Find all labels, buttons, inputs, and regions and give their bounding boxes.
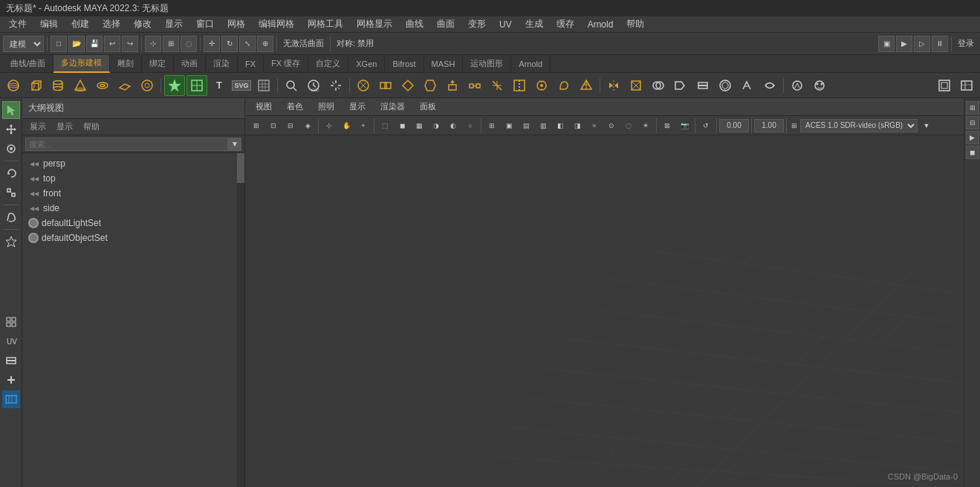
gamma-field[interactable] <box>754 119 784 132</box>
ipr-btn[interactable]: ▷ <box>914 36 930 52</box>
right-anim-btn[interactable]: ▶ <box>966 131 979 144</box>
crease-set-btn[interactable] <box>2 352 20 370</box>
tab-bifrost[interactable]: Bifrost <box>385 55 424 73</box>
rotate-btn[interactable]: ↻ <box>221 36 238 52</box>
tab-rigging[interactable]: 绑定 <box>142 55 174 73</box>
vp-grid-btn[interactable]: ⊞ <box>484 118 500 133</box>
menu-modify[interactable]: 修改 <box>128 16 158 32</box>
sparkle-btn[interactable] <box>325 75 346 96</box>
tab-fx[interactable]: FX <box>238 55 264 73</box>
select-mode-btn[interactable]: ⊹ <box>145 36 161 52</box>
viewport-menu-lighting[interactable]: 照明 <box>314 100 339 114</box>
outliner-item-lightset[interactable]: defaultLightSet <box>22 216 237 230</box>
menu-arnold[interactable]: Arnold <box>582 18 620 31</box>
tab-fx-cache[interactable]: FX 缓存 <box>264 55 308 73</box>
vp-film-gate-btn[interactable]: ▣ <box>501 118 517 133</box>
vp-bookmark-btn[interactable]: ◈ <box>299 118 316 133</box>
grid-display-btn[interactable] <box>253 75 274 96</box>
menu-curves[interactable]: 曲线 <box>400 16 429 32</box>
vp-ao-toggle-btn[interactable]: ◨ <box>569 118 585 133</box>
paint-select-btn[interactable] <box>2 140 20 158</box>
menu-mesh-tools[interactable]: 网格工具 <box>302 16 349 32</box>
vp-camera-attr-btn[interactable]: 📷 <box>676 118 692 133</box>
insert-edge-btn[interactable] <box>509 75 530 96</box>
menu-cache[interactable]: 缓存 <box>551 16 580 32</box>
vp-light-toggle-btn[interactable]: ☀ <box>637 118 654 133</box>
vp-hud-btn[interactable]: ▤ <box>518 118 534 133</box>
vp-wireframe-btn[interactable]: ⬚ <box>377 118 393 133</box>
move-btn[interactable]: ✛ <box>204 36 220 52</box>
new-scene-btn[interactable]: □ <box>51 36 67 52</box>
menu-edit-mesh[interactable]: 编辑网格 <box>253 16 300 32</box>
poly-cone-btn[interactable] <box>70 75 91 96</box>
menu-generate[interactable]: 生成 <box>519 16 549 32</box>
multi-cut-btn[interactable] <box>487 75 507 96</box>
menu-select[interactable]: 选择 <box>97 16 126 32</box>
subdiv-btn[interactable] <box>715 75 736 96</box>
mirror-btn[interactable] <box>603 75 624 96</box>
transfer-btn[interactable] <box>787 75 808 96</box>
time-display-btn[interactable]: 0.00 <box>303 75 324 96</box>
outliner-item-side[interactable]: ◀◀ side <box>22 201 237 216</box>
vp-color-settings-btn[interactable]: ▼ <box>918 118 935 133</box>
menu-mesh-display[interactable]: 网格显示 <box>351 16 398 32</box>
rotate-tool-btn[interactable] <box>2 164 20 182</box>
move-tool-btn[interactable] <box>2 120 20 138</box>
undo-btn[interactable]: ↩ <box>104 36 120 52</box>
separate-btn[interactable] <box>397 75 418 96</box>
vp-camera-options-btn[interactable]: ⊟ <box>282 118 299 133</box>
select-btn[interactable]: ⊞ <box>163 36 179 52</box>
remesh-btn[interactable] <box>576 75 597 96</box>
crease-btn[interactable] <box>692 75 713 96</box>
channel-box-btn[interactable] <box>956 75 977 96</box>
menu-display[interactable]: 显示 <box>159 16 189 32</box>
vp-xray-btn[interactable]: ○ <box>462 118 478 133</box>
tab-custom[interactable]: 自定义 <box>308 55 348 73</box>
color-profile-dropdown[interactable]: ACES 1.0 SDR-video (sRGB) <box>800 119 918 132</box>
star-tool-btn[interactable] <box>164 75 185 96</box>
menu-surfaces[interactable]: 曲面 <box>431 16 461 32</box>
poly-cylinder-btn[interactable] <box>48 75 68 96</box>
vp-pan-btn[interactable]: ✋ <box>338 118 354 133</box>
tab-render[interactable]: 渲染 <box>206 55 238 73</box>
menu-deform[interactable]: 变形 <box>462 16 492 32</box>
outliner-menu-help[interactable]: 帮助 <box>79 120 104 134</box>
scale-btn[interactable]: ⤡ <box>239 36 256 52</box>
vp-camera-home-btn[interactable]: ⊞ <box>248 118 265 133</box>
viewport-menu-renderer[interactable]: 渲染器 <box>376 100 409 114</box>
multi-component-btn[interactable] <box>2 313 20 331</box>
outliner-scrollbar[interactable] <box>237 153 244 487</box>
viewport-menu-show[interactable]: 显示 <box>345 100 370 114</box>
exposure-field[interactable] <box>719 119 749 132</box>
smooth-mesh-btn[interactable] <box>554 75 574 96</box>
mode-selector[interactable]: 建模 <box>3 36 44 52</box>
freeze-btn[interactable] <box>626 75 646 96</box>
redo-btn[interactable]: ↪ <box>122 36 138 52</box>
poly-star-btn[interactable] <box>2 233 20 251</box>
menu-mesh[interactable]: 网格 <box>221 16 251 32</box>
paint-btn[interactable] <box>809 75 830 96</box>
symmetrize-btn[interactable] <box>670 75 691 96</box>
tab-arnold[interactable]: Arnold <box>511 55 551 73</box>
lasso-select-btn[interactable] <box>2 208 20 226</box>
wrap-btn[interactable] <box>737 75 758 96</box>
vp-shaded-btn[interactable]: ◼ <box>394 118 410 133</box>
combine-btn[interactable] <box>375 75 396 96</box>
frame-all-btn[interactable] <box>934 75 955 96</box>
scale-tool-btn[interactable] <box>2 184 20 201</box>
boolean-btn[interactable] <box>648 75 669 96</box>
menu-edit[interactable]: 编辑 <box>34 16 64 32</box>
extrude-btn[interactable] <box>442 75 463 96</box>
vp-isolate-btn[interactable]: ⊠ <box>659 118 675 133</box>
save-btn[interactable]: 💾 <box>86 36 103 52</box>
outliner-item-top[interactable]: ◀◀ top <box>22 171 237 186</box>
vp-reset-btn[interactable]: ↺ <box>698 118 714 133</box>
bevel-btn[interactable] <box>420 75 441 96</box>
outliner-item-objectset[interactable]: defaultObjectSet <box>22 230 237 245</box>
timeline-btn[interactable] <box>2 390 20 408</box>
right-attr-btn[interactable]: ⊞ <box>966 101 979 115</box>
viewport-menu-shading[interactable]: 着色 <box>282 100 308 114</box>
tab-mash[interactable]: MASH <box>424 55 464 73</box>
text-tool-btn[interactable]: T <box>209 75 230 96</box>
lasso-btn[interactable]: ◌ <box>181 36 197 52</box>
